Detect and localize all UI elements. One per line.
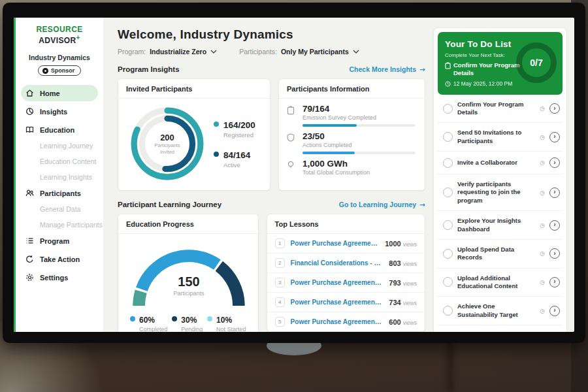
lesson-row: 2 Financial Considerations - VPPAs 803 v… [267, 253, 425, 273]
task-row[interactable]: Complete Your Learning Journey ◷ › [438, 325, 563, 332]
list-icon [25, 237, 34, 245]
donut-center-value: 200 [160, 133, 174, 142]
legend-not-started: 10% Not Started [207, 314, 246, 332]
insights-cards-row: Invited Participants 200 Participants In… [118, 78, 425, 191]
insights-icon [25, 107, 34, 116]
task-open-button[interactable]: › [549, 248, 560, 259]
sidebar-item-take-action[interactable]: Take Action [16, 251, 103, 267]
task-open-button[interactable]: › [549, 157, 560, 168]
home-icon [25, 89, 34, 97]
program-insights-header: Program Insights Check More Insights→ [118, 65, 425, 73]
task-row[interactable]: Explore Your Insights Dashboard ◷ › [438, 211, 563, 240]
task-row[interactable]: Confirm Your Program Details ◷ › [438, 95, 563, 123]
clock-icon: ◷ [540, 222, 545, 229]
task-row[interactable]: Upload Spend Data Records ◷ › [438, 240, 563, 269]
emission-progress-fill [302, 124, 357, 127]
journey-cards-row: Education Progress 150 Participants [118, 214, 425, 332]
task-open-button[interactable]: › [549, 277, 560, 287]
lesson-link[interactable]: Power Purchase Agreements 101 [291, 279, 384, 286]
todo-header: Your To Do List Complete Your Next Task:… [438, 32, 563, 95]
emission-progress-track [302, 124, 416, 127]
lesson-row: 4 Power Purchase Agreements 102 734 view… [267, 293, 425, 312]
stat-actions-completed: 23/50 Actions Completed [287, 131, 416, 154]
clock-icon [445, 81, 451, 87]
actions-progress-track [302, 152, 416, 154]
lesson-link[interactable]: Power Purchase Agreements 102 [291, 299, 384, 306]
stat-consumption: 1,000 GWh Total Global Consumption [287, 159, 416, 176]
task-row[interactable]: Invite a Collaborator ◷ › [438, 152, 563, 174]
monitor-frame: RESOURCE ADVISOR+ Industry Dynamics Spon… [3, 3, 585, 343]
sidebar-item-participants[interactable]: Participants [16, 185, 103, 201]
bulb-icon [287, 159, 297, 176]
sidebar-item-education-content[interactable]: Education Content [16, 154, 103, 169]
background-seam [446, 340, 454, 392]
dashboard-screen: RESOURCE ADVISOR+ Industry Dynamics Spon… [14, 18, 574, 332]
task-checkbox[interactable] [443, 306, 453, 316]
task-open-button[interactable]: › [549, 306, 560, 316]
task-checkbox[interactable] [443, 277, 453, 287]
sidebar-item-settings[interactable]: Settings [16, 269, 103, 286]
task-row[interactable]: Send 50 Invitations to Participants ◷ › [438, 123, 563, 152]
lesson-link[interactable]: Financial Considerations - VPPAs [291, 259, 384, 267]
task-checkbox[interactable] [443, 132, 453, 142]
filter-bar: Program: Industrialize Zero Participants… [118, 48, 425, 56]
sidebar-nav: Home Insights Education Learning Journey… [16, 85, 103, 286]
clock-icon: ◷ [540, 279, 545, 286]
task-open-button[interactable]: › [549, 188, 560, 198]
task-row[interactable]: Upload Additional Educational Content ◷ … [438, 269, 563, 297]
page-title: Welcome, Industry Dynamics [118, 27, 425, 42]
sidebar-item-learning-journey[interactable]: Learning Journey [16, 138, 103, 154]
clock-icon: ◷ [540, 159, 545, 166]
gear-icon [25, 273, 34, 282]
participants-information-card: Participants Information 79/164 Emission… [278, 78, 425, 191]
sidebar-item-insights[interactable]: Insights [16, 103, 103, 120]
task-checkbox[interactable] [443, 104, 453, 114]
lesson-link[interactable]: Power Purchase Agreements 101 [291, 240, 380, 247]
action-icon [25, 255, 34, 263]
sponsor-badge[interactable]: Sponsor [38, 65, 82, 76]
participants-select[interactable]: Participants: Only My Participants [239, 48, 359, 56]
check-more-insights-link[interactable]: Check More Insights→ [349, 65, 425, 73]
clock-icon: ◷ [540, 105, 545, 112]
legend-registered: 164/200 Registered [214, 119, 255, 139]
chevron-down-icon [210, 50, 217, 54]
task-row[interactable]: Verify participants requesting to join t… [438, 174, 563, 211]
task-open-button[interactable]: › [549, 220, 560, 231]
task-checkbox[interactable] [443, 158, 453, 168]
task-checkbox[interactable] [443, 249, 453, 259]
chevron-down-icon [353, 50, 359, 54]
task-checkbox[interactable] [443, 188, 453, 197]
sponsor-icon [42, 68, 48, 74]
top-lessons-card: Top Lessons 1 Power Purchase Agreements … [267, 214, 425, 332]
todo-task-list: Confirm Your Program Details ◷ › Send 50… [438, 95, 563, 332]
legend-completed: 60% Completed [130, 314, 168, 332]
legend-active: 84/164 Active [214, 149, 255, 169]
sidebar: RESOURCE ADVISOR+ Industry Dynamics Spon… [14, 18, 103, 332]
lesson-row: 3 Power Purchase Agreements 101 793 view… [267, 273, 425, 293]
todo-progress-ring: 0/7 [516, 42, 557, 83]
app-logo: RESOURCE ADVISOR+ [16, 25, 103, 45]
learning-journey-header: Participant Learning Journey Go to Learn… [118, 201, 425, 208]
sidebar-item-program[interactable]: Program [16, 233, 103, 249]
shield-icon [287, 131, 297, 154]
sidebar-item-home[interactable]: Home [21, 85, 98, 101]
education-gauge-chart: 150 Participants [125, 240, 253, 310]
sidebar-item-education[interactable]: Education [16, 122, 103, 138]
task-checkbox[interactable] [443, 220, 453, 230]
sidebar-item-general-data[interactable]: General Data [16, 201, 103, 217]
clock-icon: ◷ [540, 134, 545, 140]
lesson-row: 1 Power Purchase Agreements 101 1000 vie… [267, 234, 425, 253]
sidebar-item-manage-participants[interactable]: Manage Participants [16, 217, 103, 233]
task-row[interactable]: Achieve One Sustainability Target ◷ › [438, 297, 563, 325]
task-open-button[interactable]: › [549, 132, 560, 142]
clock-icon: ◷ [540, 250, 545, 257]
go-to-learning-journey-link[interactable]: Go to Learning Journey→ [339, 201, 425, 208]
task-open-button[interactable]: › [549, 103, 560, 114]
gauge-center-value: 150 [125, 274, 253, 289]
invited-legend: 164/200 Registered 84/164 Active [214, 119, 255, 169]
sidebar-item-learning-insights[interactable]: Learning Insights [16, 169, 103, 185]
program-select[interactable]: Program: Industrialize Zero [118, 48, 217, 56]
stat-emission-survey: 79/164 Emission Survey Completed [287, 104, 416, 127]
lesson-link[interactable]: Power Purchase Agreements 103 [291, 318, 384, 325]
lessons-list: 1 Power Purchase Agreements 101 1000 vie… [267, 234, 425, 331]
